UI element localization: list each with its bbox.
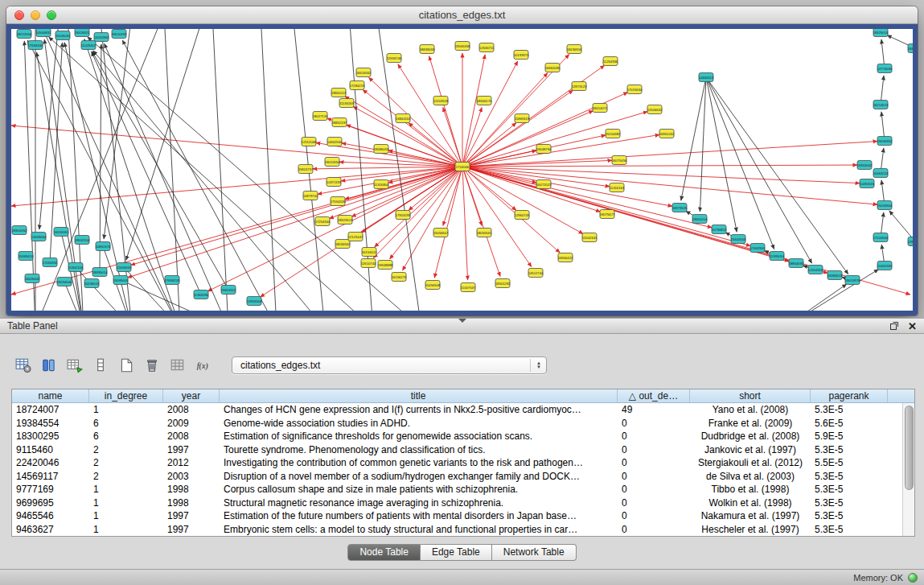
graph-node[interactable]: 10851374 bbox=[96, 242, 111, 251]
tab-network-table[interactable]: Network Table bbox=[492, 544, 577, 561]
graph-node[interactable]: 15056607 bbox=[433, 229, 449, 237]
graph-node[interactable]: 16156275 bbox=[392, 273, 407, 282]
graph-node[interactable]: 16973525 bbox=[672, 204, 688, 212]
graph-edge[interactable] bbox=[434, 167, 462, 278]
graph-node[interactable]: 10463224 bbox=[873, 169, 889, 178]
column-header-out_de[interactable]: △ out_de… bbox=[618, 389, 690, 402]
add-column-icon[interactable] bbox=[64, 356, 85, 375]
graph-edge[interactable] bbox=[462, 61, 518, 167]
graph-node[interactable]: 14636113 bbox=[699, 73, 714, 82]
graph-node[interactable]: 18854092 bbox=[789, 259, 804, 268]
graph-edge[interactable] bbox=[100, 44, 101, 272]
graph-node[interactable]: 16205361 bbox=[54, 228, 69, 237]
graph-node[interactable]: 18923513 bbox=[338, 216, 353, 225]
tab-node-table[interactable]: Node Table bbox=[347, 544, 421, 561]
graph-edge[interactable] bbox=[462, 134, 659, 167]
graph-node[interactable]: 14662556 bbox=[327, 138, 343, 146]
import-table-icon[interactable] bbox=[167, 356, 188, 375]
graph-node[interactable]: 16906422 bbox=[558, 253, 573, 262]
graph-node[interactable]: 16961262 bbox=[659, 130, 675, 138]
graph-node[interactable]: 12112048 bbox=[302, 138, 317, 146]
graph-node[interactable]: 19075677 bbox=[600, 210, 615, 219]
graph-node[interactable]: 10790812 bbox=[712, 225, 727, 234]
graph-node[interactable]: 11902104 bbox=[68, 263, 84, 272]
graph-edge[interactable] bbox=[700, 77, 706, 212]
graph-node[interactable]: 12659064 bbox=[31, 233, 47, 241]
graph-node[interactable]: 11363290 bbox=[194, 290, 209, 299]
graph-node[interactable]: 11595014 bbox=[770, 252, 785, 261]
table-row[interactable]: 911546021997Tourette syndrome. Phenomeno… bbox=[12, 443, 902, 457]
select-columns-icon[interactable] bbox=[39, 356, 60, 375]
tab-edge-table[interactable]: Edge Table bbox=[421, 544, 492, 561]
graph-edge[interactable] bbox=[126, 29, 204, 260]
column-header-in_degree[interactable]: in_degree bbox=[89, 389, 163, 402]
graph-edge[interactable] bbox=[462, 167, 877, 204]
splitter-handle[interactable] bbox=[458, 319, 466, 323]
graph-node[interactable]: 17594340 bbox=[28, 41, 43, 50]
graph-edge[interactable] bbox=[706, 77, 737, 232]
graph-edge[interactable] bbox=[462, 108, 482, 167]
table-rows-icon[interactable] bbox=[90, 356, 111, 375]
graph-node[interactable]: 17903295 bbox=[396, 211, 411, 220]
graph-node[interactable]: 15205261 bbox=[55, 31, 71, 40]
graph-node[interactable]: 17103054 bbox=[873, 233, 889, 242]
graph-node[interactable]: 12405553 bbox=[117, 263, 132, 272]
graph-node[interactable]: 18306170 bbox=[477, 97, 492, 105]
graph-node[interactable]: 10879742 bbox=[303, 192, 318, 200]
function-builder-icon[interactable]: f(x) bbox=[193, 356, 214, 375]
graph-node[interactable]: 18236916 bbox=[567, 45, 582, 54]
graph-node[interactable]: 12051963 bbox=[94, 33, 109, 42]
graph-edge[interactable] bbox=[261, 29, 277, 311]
graph-edge[interactable] bbox=[462, 142, 877, 167]
graph-node[interactable]: 15595003 bbox=[113, 276, 129, 285]
graph-edge[interactable] bbox=[409, 167, 462, 210]
graph-node[interactable]: 19416921 bbox=[75, 29, 90, 37]
graph-node[interactable]: 12610744 bbox=[361, 259, 376, 268]
graph-node[interactable]: 11029407 bbox=[81, 41, 97, 50]
graph-node[interactable]: 16962095 bbox=[545, 64, 561, 72]
graph-node[interactable]: 16510332 bbox=[112, 30, 127, 39]
graph-edge[interactable] bbox=[124, 267, 180, 311]
graph-node[interactable]: 11136269 bbox=[339, 99, 355, 108]
new-table-icon[interactable] bbox=[116, 356, 137, 375]
graph-node[interactable]: 18301292 bbox=[495, 279, 511, 288]
graph-node[interactable]: 17050932 bbox=[43, 258, 58, 267]
graph-node[interactable]: 12594746 bbox=[387, 54, 402, 63]
graph-node[interactable]: 18403112 bbox=[221, 286, 236, 295]
graph-node[interactable]: 10193973 bbox=[514, 51, 529, 60]
graph-node[interactable]: 19565358 bbox=[455, 42, 470, 51]
graph-node[interactable]: 18301052 bbox=[12, 226, 27, 235]
graph-node[interactable]: 12244116 bbox=[808, 266, 823, 274]
graph-node[interactable]: 11652330 bbox=[877, 262, 893, 270]
graph-node[interactable]: 16384519 bbox=[827, 271, 843, 280]
table-row[interactable]: 969969511998Structural magnetic resonanc… bbox=[12, 496, 902, 510]
graph-node[interactable]: 16616562 bbox=[356, 68, 372, 77]
graph-node[interactable]: 15342003 bbox=[731, 235, 746, 244]
graph-node[interactable]: 18414071 bbox=[593, 104, 608, 113]
graph-node[interactable]: 12203528 bbox=[433, 97, 449, 105]
graph-node[interactable]: 16075456 bbox=[612, 156, 627, 165]
network-window-titlebar[interactable]: citations_edges.txt bbox=[6, 6, 918, 24]
graph-node[interactable]: 11316163 bbox=[610, 183, 625, 192]
graph-node[interactable]: 12536711 bbox=[479, 43, 495, 52]
table-row[interactable]: 1872400712008Changes of HCN gene express… bbox=[12, 403, 902, 417]
graph-edge[interactable] bbox=[462, 165, 857, 167]
graph-node[interactable]: 16844110 bbox=[396, 114, 411, 123]
graph-edge[interactable] bbox=[783, 284, 847, 311]
graph-node[interactable]: 16153412 bbox=[362, 248, 377, 257]
graph-node[interactable]: 18440563 bbox=[908, 44, 913, 53]
graph-node[interactable]: 18212054 bbox=[17, 30, 32, 39]
graph-node[interactable]: 19448794 bbox=[536, 145, 552, 154]
table-selector-dropdown[interactable]: citations_edges.txt ▲▼ bbox=[232, 356, 547, 374]
graph-node[interactable]: 15205904 bbox=[877, 201, 893, 210]
graph-edge[interactable] bbox=[462, 167, 750, 246]
graph-node[interactable]: 11007537 bbox=[461, 283, 476, 292]
graph-edge[interactable] bbox=[681, 77, 706, 200]
graph-node[interactable]: 11869119 bbox=[515, 114, 530, 123]
graph-node[interactable]: 12042341 bbox=[582, 233, 598, 242]
graph-edge[interactable] bbox=[164, 29, 180, 311]
graph-edge[interactable] bbox=[122, 40, 277, 311]
graph-node[interactable]: 18055561 bbox=[477, 229, 492, 237]
graph-node[interactable]: 16214513 bbox=[873, 101, 889, 109]
graph-node[interactable]: 10500831 bbox=[36, 29, 51, 37]
